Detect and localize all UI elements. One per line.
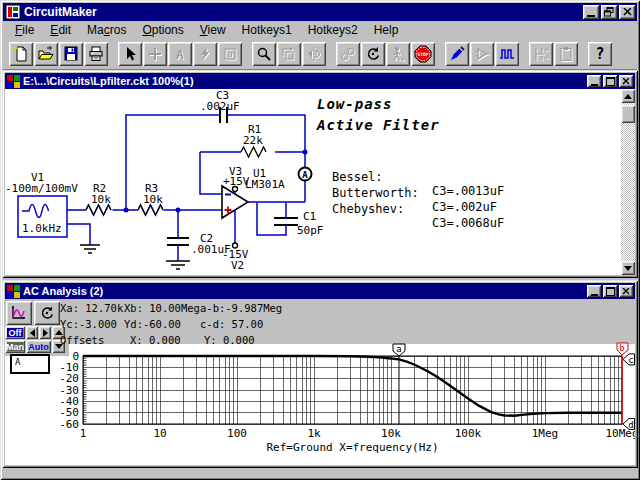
schematic-canvas[interactable]: A C3 .002uF R1 22k V3 +15V U1 LM301A R2 … xyxy=(5,89,635,275)
opamp-icon xyxy=(474,46,490,62)
rotate-button[interactable] xyxy=(277,42,301,66)
new-file-button[interactable] xyxy=(9,42,33,66)
cursors-off-button[interactable]: Off xyxy=(5,326,25,339)
cursor-left-button[interactable] xyxy=(26,326,38,339)
circuit-minimize-button[interactable] xyxy=(587,75,601,87)
svg-text:22k: 22k xyxy=(243,134,263,147)
scroll-down-icon xyxy=(624,266,632,271)
scroll-up-button[interactable] xyxy=(621,89,635,103)
ac-window-icon xyxy=(7,285,20,298)
probe-marker[interactable]: A xyxy=(299,168,312,181)
cursor-d-label: d xyxy=(628,420,633,430)
maximize-icon xyxy=(606,77,615,86)
close-icon xyxy=(623,8,632,16)
step-button[interactable] xyxy=(386,42,410,66)
square-wave-icon xyxy=(499,46,515,62)
select-pointer-button[interactable] xyxy=(118,42,142,66)
menu-item-options[interactable]: Options xyxy=(134,22,191,38)
resistor-r1 xyxy=(241,147,266,157)
x-tick-label: 100k xyxy=(455,427,482,440)
print-button[interactable] xyxy=(84,42,108,66)
circuit-vscrollbar[interactable] xyxy=(621,89,635,275)
cursor-c[interactable]: c xyxy=(623,354,635,365)
x-tick-label: 1 xyxy=(80,427,87,440)
minimize-icon xyxy=(591,294,598,296)
probe-icon xyxy=(449,46,465,62)
probe-tool-button[interactable] xyxy=(445,42,469,66)
app-title: CircuitMaker xyxy=(24,5,97,19)
ac-close-button[interactable] xyxy=(619,285,633,297)
scroll-thumb[interactable] xyxy=(621,105,635,123)
run-analog-button[interactable] xyxy=(470,42,494,66)
macro-tool-button[interactable]: a xyxy=(218,42,242,66)
mirror-icon xyxy=(306,46,322,62)
bode-plot[interactable]: 0-10-20-30-40-50-601101001k10k100k1Meg10… xyxy=(5,342,635,464)
circuit-titlebar[interactable]: E:\...\Circuits\Lpfilter.ckt 100%(1) xyxy=(5,73,635,89)
annotation-title-line1: Low-pass xyxy=(317,94,440,115)
stop-button[interactable]: STOP xyxy=(411,42,435,66)
svg-text:LM301A: LM301A xyxy=(245,178,285,191)
trace-icon xyxy=(533,46,549,62)
left-arrow-icon xyxy=(30,329,35,337)
stop-sign-icon: STOP xyxy=(414,45,432,63)
x-axis-label: Ref=Ground X=frequency(Hz) xyxy=(266,441,438,454)
scope-probes-button[interactable] xyxy=(336,42,360,66)
menu-item-macros[interactable]: Macros xyxy=(79,22,134,38)
readout-ab: a-b:-9.987Meg xyxy=(200,302,282,314)
zoom-tool-button[interactable] xyxy=(252,42,276,66)
waveform-icon xyxy=(10,304,28,322)
menu-item-help[interactable]: Help xyxy=(366,22,407,38)
annotation-title-line2: Active Filter xyxy=(317,115,440,136)
restore-button[interactable] xyxy=(601,5,617,19)
circuit-maximize-button[interactable] xyxy=(603,75,617,87)
menu-item-hotkeys1[interactable]: Hotkeys1 xyxy=(234,22,300,38)
minimize-button[interactable] xyxy=(583,5,599,19)
menu-item-edit[interactable]: Edit xyxy=(42,22,79,38)
readout-yd: Yd:-60.00 xyxy=(124,318,181,330)
resistor-r2 xyxy=(86,205,111,215)
svg-text:C1: C1 xyxy=(303,210,316,223)
ac-titlebar[interactable]: AC Analysis (2) xyxy=(5,283,635,299)
svg-text:10k: 10k xyxy=(91,193,111,206)
clipboard-icon xyxy=(558,46,574,62)
ac-maximize-button[interactable] xyxy=(603,285,617,297)
cursor-right-button[interactable] xyxy=(39,326,51,339)
svg-text:50pF: 50pF xyxy=(297,224,324,237)
menu-item-view[interactable]: View xyxy=(192,22,234,38)
circuit-close-button[interactable] xyxy=(619,75,633,87)
trace-button[interactable] xyxy=(529,42,553,66)
minimize-icon xyxy=(587,15,595,17)
ac-minimize-button[interactable] xyxy=(587,285,601,297)
walking-person-icon xyxy=(390,46,406,62)
app-window: CircuitMaker FileEditMacrosOptionsViewHo… xyxy=(0,0,640,480)
save-button[interactable] xyxy=(59,42,83,66)
capacitor-c1 xyxy=(274,218,298,225)
rerun-analysis-button[interactable] xyxy=(34,301,60,325)
mirror-button[interactable] xyxy=(302,42,326,66)
run-digital-button[interactable] xyxy=(495,42,519,66)
ac-analysis-window: AC Analysis (2) Off Man Auto Xa: 12.70k … xyxy=(2,280,638,468)
circuit-window-icon xyxy=(7,75,20,88)
menu-item-hotkeys2[interactable]: Hotkeys2 xyxy=(300,22,366,38)
svg-text:.002uF: .002uF xyxy=(200,100,240,113)
waveform-setup-button[interactable] xyxy=(6,301,32,325)
plus-wire-icon xyxy=(147,46,163,62)
menu-item-file[interactable]: File xyxy=(7,22,42,38)
readout-xa: Xa: 12.70k xyxy=(60,302,123,314)
text-tool-button[interactable]: A xyxy=(168,42,192,66)
readout-cd: c-d: 57.00 xyxy=(200,318,263,330)
svg-text:V2: V2 xyxy=(231,259,244,272)
main-titlebar[interactable]: CircuitMaker xyxy=(3,3,637,21)
open-file-button[interactable] xyxy=(34,42,58,66)
menu-bar: FileEditMacrosOptionsViewHotkeys1Hotkeys… xyxy=(3,21,637,39)
reset-button[interactable] xyxy=(361,42,385,66)
scroll-down-button[interactable] xyxy=(621,261,635,275)
help-button[interactable]: ? xyxy=(588,42,612,66)
wire-tool-button[interactable] xyxy=(143,42,167,66)
ac-window-title: AC Analysis (2) xyxy=(23,285,103,297)
clipboard-button[interactable] xyxy=(554,42,578,66)
circular-arrow-icon xyxy=(39,305,55,321)
close-button[interactable] xyxy=(619,5,635,19)
pointer-arrow-icon xyxy=(122,46,138,62)
delete-tool-button[interactable] xyxy=(193,42,217,66)
